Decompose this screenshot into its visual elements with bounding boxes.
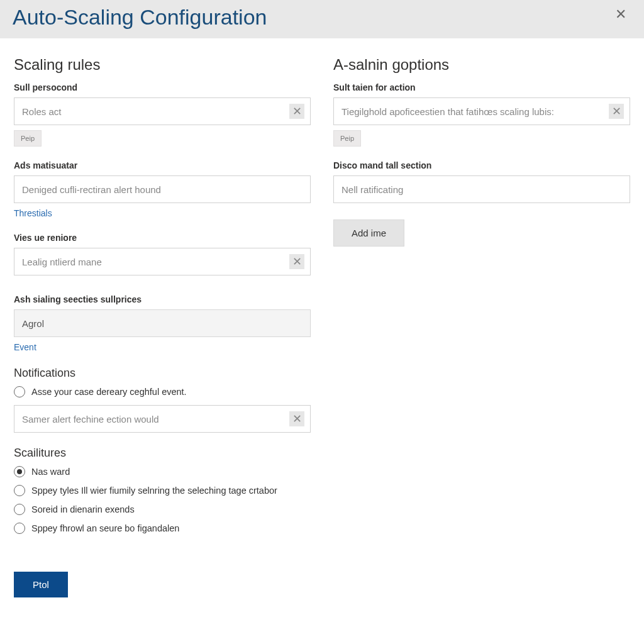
radio-label: Soreid in dienarin exends xyxy=(31,504,135,514)
close-icon[interactable]: ✕ xyxy=(610,5,631,24)
threshold-input[interactable] xyxy=(333,97,630,125)
roles-input[interactable] xyxy=(14,97,311,125)
scailitures-option-2[interactable]: Soreid in dienarin exends xyxy=(14,504,311,515)
field-vies-reniore: Vies ue reniore ✕ xyxy=(14,233,311,275)
reniore-input[interactable] xyxy=(14,248,311,275)
scaling-rules-heading: Scaling rules xyxy=(14,56,311,74)
right-column: A-salnin goptions Sult taien for action … xyxy=(333,56,630,548)
notifications-heading: Notifications xyxy=(14,367,311,380)
alert-input[interactable] xyxy=(14,175,311,203)
notifications-radio[interactable]: Asse your case dereary ceghful event. xyxy=(14,386,311,397)
dialog-header: Auto-Scaling Configuration ✕ xyxy=(0,0,644,38)
field-label: Disco mand tall section xyxy=(333,160,630,170)
section-input[interactable] xyxy=(333,175,630,203)
field-label: Ash sialing seecties sullprices xyxy=(14,294,311,304)
event-link[interactable]: Event xyxy=(14,342,36,352)
field-sull-persocond: Sull persocond ✕ Peip xyxy=(14,82,311,147)
radio-label: Sppey fhrowl an seure bo figandalen xyxy=(31,523,179,533)
dialog-title: Auto-Scaling Configuration xyxy=(13,5,267,30)
field-ads-matinator: Ads matisuatar Threstials xyxy=(14,160,311,219)
field-label: Sult taien for action xyxy=(333,82,630,92)
help-button[interactable]: Peip xyxy=(14,130,42,147)
radio-icon xyxy=(14,523,25,534)
thresholds-link[interactable]: Threstials xyxy=(14,208,52,218)
radio-icon xyxy=(14,466,25,477)
field-label: Vies ue reniore xyxy=(14,233,311,243)
field-label: Ads matisuatar xyxy=(14,160,311,170)
agrol-input[interactable] xyxy=(14,309,311,337)
field-scaling-prices: Ash sialing seecties sullprices Event xyxy=(14,294,311,353)
clear-icon[interactable]: ✕ xyxy=(289,254,304,269)
notifications-section: Notifications Asse your case dereary ceg… xyxy=(14,367,311,433)
clear-icon[interactable]: ✕ xyxy=(289,411,304,426)
radio-label: Asse your case dereary ceghful event. xyxy=(31,387,187,397)
radio-icon xyxy=(14,485,25,496)
left-column: Scaling rules Sull persocond ✕ Peip Ads … xyxy=(14,56,311,548)
field-sult-taien: Sult taien for action ✕ Peip xyxy=(333,82,630,147)
field-label: Sull persocond xyxy=(14,82,311,92)
field-disco-mand: Disco mand tall section xyxy=(333,160,630,203)
scailitures-option-3[interactable]: Sppey fhrowl an seure bo figandalen xyxy=(14,523,311,534)
help-button[interactable]: Peip xyxy=(333,130,361,147)
asalnin-heading: A-salnin goptions xyxy=(333,56,630,74)
radio-icon xyxy=(14,386,25,397)
scailitures-section: Scailitures Nas ward Sppey tyles Ill wie… xyxy=(14,447,311,534)
radio-label: Nas ward xyxy=(31,467,70,477)
clear-icon[interactable]: ✕ xyxy=(289,104,304,119)
scailitures-option-1[interactable]: Sppey tyles Ill wier fiumily selnring th… xyxy=(14,485,311,496)
primary-action-button[interactable]: Ptol xyxy=(14,572,68,597)
clear-icon[interactable]: ✕ xyxy=(609,104,624,119)
scailitures-heading: Scailitures xyxy=(14,447,311,460)
scailitures-option-0[interactable]: Nas ward xyxy=(14,466,311,477)
add-button[interactable]: Add ime xyxy=(333,219,404,247)
radio-label: Sppey tyles Ill wier fiumily selnring th… xyxy=(31,486,277,496)
notification-action-input[interactable] xyxy=(14,405,311,433)
radio-icon xyxy=(14,504,25,515)
dialog-body: Scaling rules Sull persocond ✕ Peip Ads … xyxy=(0,38,644,560)
